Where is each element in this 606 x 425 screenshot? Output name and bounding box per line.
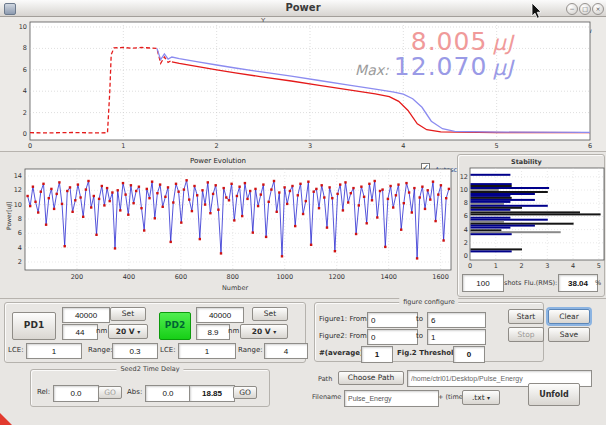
figure2-label: Figure2: From	[319, 332, 367, 340]
rel-go-button[interactable]: GO	[98, 386, 122, 399]
window-title: Power	[0, 0, 606, 16]
pd2-nm-label: nm	[228, 327, 239, 335]
middle-panel: Power Evolution ✓ Autoscale Power[uJ] 24…	[0, 152, 606, 299]
svg-text:8: 8	[464, 199, 468, 207]
abs-input[interactable]	[145, 385, 191, 402]
svg-text:12: 12	[14, 186, 22, 194]
clear-button[interactable]: Clear	[548, 309, 590, 324]
svg-text:4: 4	[23, 87, 27, 95]
svg-text:6: 6	[588, 142, 592, 150]
pd1-range-label: Range:	[88, 346, 113, 354]
svg-text:5: 5	[597, 262, 601, 270]
svg-text:4: 4	[18, 244, 22, 252]
svg-text:2: 2	[18, 258, 22, 266]
abs-current-input[interactable]	[189, 385, 235, 402]
pd1-freq-input[interactable]	[62, 307, 110, 323]
pd1-range-dropdown[interactable]: 20 V ▾	[108, 324, 148, 339]
svg-text:1200: 1200	[328, 273, 345, 281]
svg-text:10: 10	[14, 201, 22, 209]
rel-label: Rel:	[37, 388, 50, 396]
chevron-down-icon: ▾	[487, 394, 490, 401]
figure2-to-input[interactable]	[427, 329, 486, 345]
svg-text:5: 5	[495, 142, 499, 150]
svg-text:10: 10	[460, 186, 468, 194]
max-label: Max:	[355, 62, 389, 78]
extension-dropdown[interactable]: .txt ▾	[462, 390, 500, 405]
svg-text:6: 6	[18, 229, 22, 237]
energy-readout: 8.005 µJ Max: 12.070 µJ	[250, 27, 514, 81]
svg-text:8: 8	[23, 44, 27, 52]
evolution-title: Power Evolution	[190, 157, 246, 165]
choose-path-button[interactable]: Choose Path	[338, 371, 404, 385]
pd2-freq-input[interactable]	[196, 307, 244, 323]
figure1-to-input[interactable]	[427, 312, 486, 328]
figure1-label: Figure1: From	[319, 315, 367, 323]
pd2-range-dropdown[interactable]: 20 V ▾	[240, 324, 288, 339]
svg-text:6: 6	[23, 66, 27, 74]
power-window: { "window": {"title": "Power", "minimize…	[0, 0, 606, 425]
pd1-button[interactable]: PD1	[12, 312, 56, 340]
top-plot-panel: Y Afterglow 02468100123456 8.005 µJ Max:…	[0, 17, 606, 152]
pd1-nm-label: nm	[96, 327, 107, 335]
svg-text:3: 3	[308, 142, 312, 150]
svg-text:12: 12	[460, 173, 468, 181]
svg-text:1: 1	[121, 142, 125, 150]
seed2-group: Seed2 Time Delay Rel: GO Abs: GO	[30, 369, 270, 407]
unfold-button[interactable]: Unfold	[528, 383, 580, 406]
resize-corner-mark[interactable]	[0, 413, 12, 425]
stop-button[interactable]: Stop	[508, 327, 544, 342]
rms-label: Flu.(RMS):	[524, 279, 557, 287]
svg-text:1600: 1600	[432, 273, 449, 281]
evolution-xlabel: Number	[222, 284, 248, 292]
filename-input[interactable]	[344, 390, 439, 407]
shots-input[interactable]	[462, 274, 504, 292]
pd2-nm-input[interactable]	[196, 324, 230, 340]
svg-text:0: 0	[464, 252, 468, 260]
chevron-down-icon: ▾	[273, 328, 276, 335]
svg-text:4: 4	[401, 142, 405, 150]
svg-text:200: 200	[71, 273, 83, 281]
minimize-button[interactable]: −	[566, 3, 578, 15]
pd1-lce-input[interactable]	[26, 343, 82, 359]
average-label: #(average):	[319, 349, 366, 357]
svg-text:3: 3	[545, 262, 549, 270]
svg-text:1000: 1000	[276, 273, 293, 281]
percent-label: %	[595, 279, 601, 287]
svg-text:1400: 1400	[380, 273, 397, 281]
pd2-lce-label: LCE:	[160, 346, 176, 354]
figure2-from-input[interactable]	[367, 329, 418, 345]
abs-label: Abs:	[127, 388, 142, 396]
pd2-range-input[interactable]	[264, 343, 308, 359]
rms-input[interactable]	[558, 274, 598, 292]
svg-text:2: 2	[519, 262, 523, 270]
pd2-button[interactable]: PD2	[159, 312, 191, 340]
save-button[interactable]: Save	[548, 327, 590, 342]
svg-text:400: 400	[123, 273, 135, 281]
start-button[interactable]: Start	[508, 309, 544, 324]
svg-text:1: 1	[494, 262, 498, 270]
average-input[interactable]	[361, 346, 393, 363]
close-button[interactable]: ×	[592, 3, 604, 15]
maximize-button[interactable]: □	[579, 3, 591, 15]
figure1-from-input[interactable]	[367, 312, 418, 328]
threshold-input[interactable]	[453, 346, 485, 363]
svg-text:8: 8	[18, 215, 22, 223]
stability-plot-canvas: 024681012012345	[458, 168, 604, 273]
pd1-lce-label: LCE:	[8, 346, 24, 354]
svg-text:800: 800	[227, 273, 239, 281]
to2-label: to	[416, 332, 423, 340]
rel-input[interactable]	[53, 385, 99, 402]
svg-text:4: 4	[571, 262, 575, 270]
pd1-set-button[interactable]: Set	[110, 307, 146, 321]
max-energy-value: Max: 12.070 µJ	[250, 52, 514, 81]
svg-text:6: 6	[464, 212, 468, 220]
abs-go-button[interactable]: GO	[233, 386, 257, 399]
svg-text:14: 14	[14, 172, 22, 180]
pd2-set-button[interactable]: Set	[252, 307, 288, 321]
svg-text:2: 2	[23, 109, 27, 117]
pd1-nm-input[interactable]	[62, 324, 98, 340]
pd2-lce-input[interactable]	[178, 343, 236, 359]
figure-configure-legend: figure configure	[399, 298, 458, 306]
to1-label: to	[416, 315, 423, 323]
pd1-range-input[interactable]	[112, 343, 158, 359]
